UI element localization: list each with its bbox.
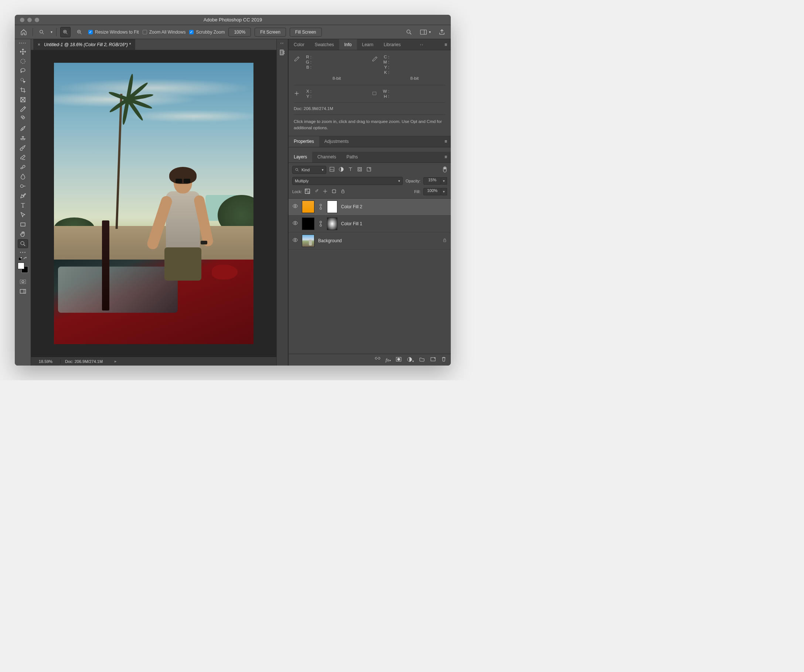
group-layers-icon[interactable]	[419, 357, 425, 363]
zoom-value-button[interactable]: 100%	[228, 28, 251, 37]
tab-info[interactable]: Info	[339, 39, 357, 50]
eraser-tool[interactable]	[18, 153, 28, 162]
scrubby-zoom-checkbox[interactable]: Scrubby Zoom	[189, 29, 225, 35]
delete-layer-icon[interactable]	[441, 356, 446, 363]
blend-mode-select[interactable]: Multiply ▾	[292, 177, 403, 185]
panel-menu-icon[interactable]: ≡	[441, 154, 451, 160]
canvas-area[interactable]	[31, 50, 276, 357]
swap-reset-colors[interactable]	[19, 257, 27, 260]
new-layer-icon[interactable]	[430, 357, 436, 363]
mask-thumbnail[interactable]	[327, 201, 337, 213]
visibility-toggle[interactable]	[292, 220, 298, 227]
close-window[interactable]	[20, 18, 25, 22]
pen-tool[interactable]	[18, 191, 28, 200]
mask-thumbnail[interactable]	[327, 217, 337, 230]
move-tool[interactable]	[18, 47, 28, 56]
zoom-tool[interactable]	[18, 239, 28, 248]
path-selection-tool[interactable]	[18, 210, 28, 219]
filter-pixel-icon[interactable]	[329, 166, 335, 173]
filter-type-icon[interactable]	[348, 166, 353, 173]
tab-channels[interactable]: Channels	[312, 152, 342, 163]
expand-panels-icon[interactable]: ‹‹	[280, 41, 284, 45]
layer-name[interactable]: Color Fill 1	[341, 221, 362, 226]
zoom-in-button[interactable]	[60, 27, 70, 37]
collapse-panel-icon[interactable]: ››	[420, 43, 427, 47]
fill-screen-button[interactable]: Fill Screen	[290, 28, 322, 37]
layer-row[interactable]: Background	[289, 233, 451, 250]
tab-paths[interactable]: Paths	[342, 152, 363, 163]
tab-properties[interactable]: Properties	[289, 136, 319, 147]
tool-preset-picker[interactable]	[37, 27, 47, 37]
fill-dropdown[interactable]: ▾	[441, 188, 447, 195]
close-tab-icon[interactable]: ×	[38, 42, 40, 47]
layer-style-icon[interactable]: fx▾	[386, 357, 391, 363]
status-arrow-icon[interactable]: ▸	[114, 359, 117, 364]
opacity-input[interactable]: 15%	[423, 177, 441, 184]
tab-libraries[interactable]: Libraries	[378, 39, 406, 50]
eyedropper-icon[interactable]	[294, 56, 300, 63]
layer-name[interactable]: Background	[318, 238, 342, 243]
layer-filter-select[interactable]: Kind ▾	[292, 166, 326, 174]
zoom-all-checkbox[interactable]: Zoom All Windows	[143, 29, 186, 35]
layer-thumbnail[interactable]	[302, 217, 314, 230]
fit-screen-button[interactable]: Fit Screen	[255, 28, 286, 37]
marquee-tool[interactable]	[18, 57, 28, 66]
foreground-color[interactable]	[18, 263, 25, 269]
lock-all-icon[interactable]	[340, 189, 345, 194]
lock-artboard-icon[interactable]	[332, 189, 337, 194]
resize-windows-checkbox[interactable]: Resize Windows to Fit	[88, 29, 139, 35]
eyedropper-icon[interactable]	[372, 56, 377, 63]
blur-tool[interactable]	[18, 172, 28, 181]
home-button[interactable]	[18, 27, 29, 37]
filter-toggle[interactable]	[443, 166, 447, 173]
workspace-switcher[interactable]: ▾	[420, 29, 431, 35]
gradient-tool[interactable]	[18, 163, 28, 171]
type-tool[interactable]	[18, 201, 28, 210]
panel-menu-icon[interactable]: ≡	[441, 42, 451, 47]
crop-tool[interactable]	[18, 86, 28, 95]
lock-icon[interactable]	[442, 237, 447, 244]
visibility-toggle[interactable]	[292, 237, 298, 245]
link-layers-icon[interactable]	[375, 357, 381, 363]
share-button[interactable]	[437, 27, 447, 37]
tab-learn[interactable]: Learn	[357, 39, 379, 50]
panel-menu-icon[interactable]: ≡	[441, 139, 451, 144]
history-brush-tool[interactable]	[18, 143, 28, 152]
tab-color[interactable]: Color	[289, 39, 310, 50]
minimize-window[interactable]	[27, 18, 32, 22]
opacity-dropdown[interactable]: ▾	[441, 177, 447, 184]
visibility-toggle[interactable]	[292, 203, 298, 210]
grip-icon[interactable]: ••••	[19, 41, 26, 45]
layer-name[interactable]: Color Fill 2	[341, 204, 362, 209]
foreground-background-colors[interactable]	[18, 263, 28, 273]
screen-mode-toggle[interactable]	[18, 287, 28, 296]
layer-thumbnail[interactable]	[302, 235, 314, 247]
eyedropper-tool[interactable]	[18, 105, 28, 114]
document-tab[interactable]: × Untitled-1 @ 18.6% (Color Fill 2, RGB/…	[33, 39, 135, 50]
lock-transparent-icon[interactable]	[305, 189, 310, 194]
chevron-down-icon[interactable]: ▾	[51, 30, 52, 34]
canvas[interactable]	[54, 63, 253, 344]
filter-adjustment-icon[interactable]	[338, 166, 344, 173]
lock-position-icon[interactable]	[323, 189, 328, 194]
filter-shape-icon[interactable]	[357, 166, 363, 173]
tab-swatches[interactable]: Swatches	[310, 39, 339, 50]
status-doc-info[interactable]: Doc: 206.9M/274.1M	[60, 359, 107, 364]
layer-mask-icon[interactable]	[396, 357, 402, 363]
edit-toolbar-button[interactable]	[20, 252, 26, 253]
layer-thumbnail[interactable]	[302, 201, 314, 213]
adjustment-layer-icon[interactable]: ▾	[407, 357, 414, 363]
rectangle-tool[interactable]	[18, 220, 28, 229]
search-button[interactable]	[404, 27, 414, 37]
lasso-tool[interactable]	[18, 67, 28, 75]
clone-stamp-tool[interactable]	[18, 134, 28, 142]
quick-selection-tool[interactable]	[18, 76, 28, 85]
layer-row[interactable]: Color Fill 1	[289, 215, 451, 233]
fill-input[interactable]: 100%	[423, 188, 441, 195]
hand-tool[interactable]	[18, 230, 28, 238]
lock-image-icon[interactable]	[314, 189, 319, 194]
status-zoom[interactable]: 18.59%	[31, 359, 60, 364]
tab-layers[interactable]: Layers	[289, 152, 312, 163]
quick-mask-toggle[interactable]	[18, 277, 28, 286]
filter-smartobject-icon[interactable]	[366, 166, 372, 173]
